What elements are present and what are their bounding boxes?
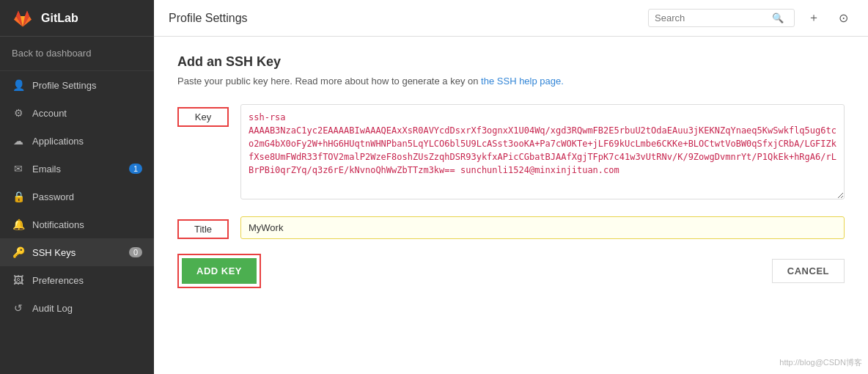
cog-icon: ⚙ (12, 106, 25, 120)
key-field: ssh-rsa AAAAB3NzaC1yc2EAAAABIwAAAQEAxXsR… (240, 104, 845, 202)
sidebar-item-password[interactable]: 🔒 Password (0, 183, 154, 210)
lock-icon: 🔒 (12, 190, 25, 203)
ssh-key-textarea[interactable]: ssh-rsa AAAAB3NzaC1yc2EAAAABIwAAAQEAxXsR… (240, 104, 845, 199)
sidebar-item-audit-log[interactable]: ↺ Audit Log (0, 294, 154, 322)
search-input[interactable] (655, 12, 772, 23)
refresh-icon: ↺ (12, 301, 25, 315)
emails-badge: 1 (129, 164, 142, 174)
watermark: http://blog@CSDN博客 (779, 357, 862, 368)
sidebar-header: GitLab (0, 0, 154, 37)
search-box[interactable]: 🔍 (648, 9, 795, 27)
sidebar-item-label: Profile Settings (32, 80, 96, 91)
ssh-keys-badge: 0 (129, 247, 142, 257)
gitlab-logo (12, 7, 34, 29)
topbar: Profile Settings 🔍 ＋ ⊙ (154, 0, 868, 37)
sidebar-item-applications[interactable]: ☁ Applications (0, 127, 154, 155)
envelope-icon: ✉ (12, 162, 25, 175)
bell-icon: 🔔 (12, 218, 25, 231)
sidebar-item-label: Account (32, 108, 67, 119)
sidebar-item-account[interactable]: ⚙ Account (0, 99, 154, 127)
title-form-group: Title (177, 216, 845, 239)
add-key-button[interactable]: ADD KEY (182, 258, 257, 284)
form-actions: ADD KEY CANCEL (177, 254, 845, 288)
add-icon[interactable]: ＋ (803, 8, 824, 29)
sidebar-item-preferences[interactable]: 🖼 Preferences (0, 266, 154, 294)
sidebar-item-notifications[interactable]: 🔔 Notifications (0, 210, 154, 238)
back-to-dashboard[interactable]: Back to dashboard (0, 37, 154, 71)
sidebar-item-emails[interactable]: ✉ Emails 1 (0, 155, 154, 183)
sidebar-item-label: Password (32, 191, 74, 202)
sidebar-item-profile-settings[interactable]: 👤 Profile Settings (0, 71, 154, 99)
main-area: Profile Settings 🔍 ＋ ⊙ Add an SSH Key Pa… (154, 0, 868, 374)
add-ssh-key-title: Add an SSH Key (177, 54, 845, 70)
ssh-help-link[interactable]: the SSH help page. (481, 76, 564, 87)
cancel-button[interactable]: CANCEL (772, 259, 845, 283)
svg-marker-5 (25, 10, 29, 15)
key-icon: 🔑 (12, 246, 25, 259)
user-icon: 👤 (12, 78, 25, 92)
page-title: Profile Settings (169, 12, 248, 25)
sidebar-item-label: Applications (32, 136, 84, 147)
sidebar-item-label: Notifications (32, 219, 84, 230)
sidebar-item-label: Audit Log (32, 303, 73, 314)
sidebar-item-label: SSH Keys (32, 247, 76, 258)
title-label: Title (177, 219, 229, 239)
sidebar-item-ssh-keys[interactable]: 🔑 SSH Keys 0 (0, 238, 154, 266)
page-subtitle: Paste your public key here. Read more ab… (177, 76, 845, 87)
svg-marker-4 (16, 10, 21, 15)
topbar-right: 🔍 ＋ ⊙ (648, 8, 853, 29)
key-form-group: Key ssh-rsa AAAAB3NzaC1yc2EAAAABIwAAAQEA… (177, 104, 845, 202)
add-key-btn-wrapper: ADD KEY (177, 254, 261, 288)
subtitle-text: Paste your public key here. Read more ab… (177, 76, 478, 87)
sidebar-item-label: Emails (32, 164, 61, 175)
cloud-icon: ☁ (12, 134, 25, 147)
user-avatar-icon[interactable]: ⊙ (833, 8, 853, 29)
title-input[interactable] (240, 216, 845, 239)
key-label: Key (177, 107, 229, 127)
image-icon: 🖼 (12, 274, 25, 287)
sidebar: GitLab Back to dashboard 👤 Profile Setti… (0, 0, 154, 374)
sidebar-item-label: Preferences (32, 275, 84, 286)
brand-name: GitLab (41, 12, 78, 25)
title-field (240, 216, 845, 239)
content-area: Add an SSH Key Paste your public key her… (154, 37, 868, 374)
search-icon[interactable]: 🔍 (772, 12, 784, 23)
